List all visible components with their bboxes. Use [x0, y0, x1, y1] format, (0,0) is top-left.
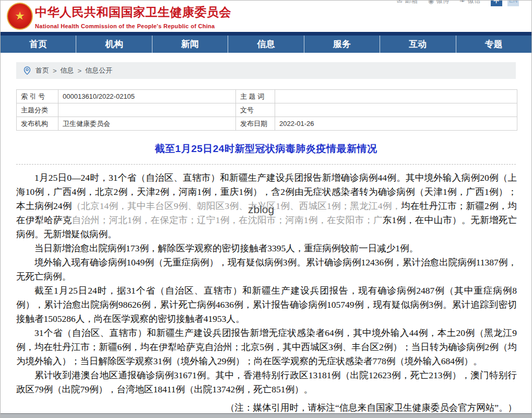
lang-en-button[interactable]: EN	[507, 0, 519, 6]
table-row: 发布机构 卫生健康委员会 发布日期 2022-01-26	[17, 117, 517, 131]
meta-label-docnumber: 文号	[236, 103, 275, 117]
document-meta-table: 索 引 号 000013610/2022-02105 主 题 词 主题分类 文号…	[16, 89, 517, 131]
article-paragraph: 截至1月25日24时，据31个省（自治区、直辖市）和新疆生产建设兵团报告，现有确…	[16, 284, 517, 326]
nav-item-home[interactable]: 首页	[1, 36, 76, 53]
dashed-divider	[16, 164, 516, 165]
meta-label-pubdate: 发布日期	[236, 117, 275, 131]
breadcrumb-home[interactable]: 首页	[36, 66, 49, 75]
paragraph-text: 31个省（自治区、直辖市）和新疆生产建设兵团报告新增无症状感染者64例，其中境外…	[16, 328, 517, 366]
breadcrumb-info[interactable]: 信息	[61, 66, 74, 75]
article-paragraph: 31个省（自治区、直辖市）和新疆生产建设兵团报告新增无症状感染者64例，其中境外…	[16, 326, 517, 368]
main-nav: 首页 机构 新闻 信息 服务 互动 专题	[1, 36, 531, 53]
lang-zh-button[interactable]: 中	[491, 0, 502, 6]
weibo-label: 微博	[436, 0, 449, 5]
weibo-icon: ◉	[428, 0, 434, 5]
weibo-link[interactable]: ◉ 微博	[428, 0, 449, 5]
breadcrumb-info-public[interactable]: 信息公开	[85, 66, 112, 75]
meta-label-category: 主题分类	[17, 103, 58, 117]
wechat-icon: ❧	[459, 0, 465, 5]
meta-value-publisher: 卫生健康委员会	[58, 117, 236, 131]
article-paragraph: 当日新增治愈出院病例173例，解除医学观察的密切接触者3395人，重症病例较前一…	[16, 241, 517, 256]
breadcrumb-separator: >	[78, 67, 82, 75]
mail-link[interactable]: ✉ 邮箱	[397, 0, 418, 5]
meta-label-keyword: 主 题 词	[236, 90, 275, 103]
nav-top-strip	[1, 32, 531, 36]
table-row: 主题分类 文号	[17, 103, 517, 117]
nav-item-agency[interactable]: 机构	[76, 36, 152, 53]
article-paragraph: 1月25日0—24时，31个省（自治区、直辖市）和新疆生产建设兵团报告新增确诊病…	[16, 171, 517, 241]
paragraph-text: 境外输入现有确诊病例1049例（无重症病例），现有疑似病例3例。累计确诊病例12…	[16, 257, 517, 282]
meta-value-docnumber	[275, 103, 517, 117]
meta-label-publisher: 发布机构	[17, 117, 58, 131]
location-pin-icon	[23, 66, 31, 75]
article-paragraphs: 1月25日0—24时，31个省（自治区、直辖市）和新疆生产建设兵团报告新增确诊病…	[16, 171, 517, 397]
paragraph-text: 当日新增治愈出院病例173例，解除医学观察的密切接触者3395人，重症病例较前一…	[34, 243, 418, 253]
site-title: 中华人民共和国国家卫生健康委员会	[35, 4, 231, 20]
meta-value-category	[58, 103, 236, 117]
mail-label: 邮箱	[405, 0, 418, 5]
paragraph-text: 累计收到港澳台地区通报确诊病例31671例。其中，香港特别行政区13181例（出…	[16, 370, 517, 394]
wechat-link[interactable]: ❧ 微信	[459, 0, 480, 5]
mail-icon: ✉	[397, 0, 403, 5]
breadcrumb-separator: >	[53, 67, 57, 75]
article-note: （注：媒体引用时，请标注“信息来自国家卫生健康委员会官方网站”。）	[16, 401, 517, 415]
wechat-label: 微信	[468, 0, 480, 5]
header-links: ✉ 邮箱 ◉ 微博 ❧ 微信 中 EN	[397, 0, 519, 6]
meta-value-pubdate: 2022-01-26	[275, 117, 517, 131]
meta-label-index: 索 引 号	[17, 90, 58, 103]
nav-item-special[interactable]: 专题	[456, 36, 531, 53]
national-emblem-logo: ★	[7, 3, 33, 30]
table-row: 索 引 号 000013610/2022-02105 主 题 词	[17, 90, 517, 103]
star-icon: ★	[15, 10, 25, 22]
nav-item-info[interactable]: 信息	[228, 36, 304, 53]
site-titles: 中华人民共和国国家卫生健康委员会 National Health Commiss…	[35, 4, 231, 29]
article-paragraph: 累计收到港澳台地区通报确诊病例31671例。其中，香港特别行政区13181例（出…	[16, 368, 517, 397]
page: ★ 中华人民共和国国家卫生健康委员会 National Health Commi…	[0, 0, 532, 418]
paragraph-text: （北京14例，其中丰台区9例、朝阳区3例、大兴区1例、西城区1例；黑龙江4例，	[72, 201, 401, 211]
meta-value-index: 000013610/2022-02105	[58, 90, 236, 103]
site-subtitle: National Health Commission of the People…	[35, 23, 231, 29]
article-paragraph: 境外输入现有确诊病例1049例（无重症病例），现有疑似病例3例。累计确诊病例12…	[16, 256, 517, 284]
page-title: 截至1月25日24时新型冠状病毒肺炎疫情最新情况	[1, 142, 531, 156]
nav-item-service[interactable]: 服务	[304, 36, 380, 53]
nav-item-interact[interactable]: 互动	[380, 36, 456, 53]
paragraph-text: 截至1月25日24时，据31个省（自治区、直辖市）和新疆生产建设兵团报告，现有确…	[16, 285, 517, 324]
breadcrumb: 首页 > 信息 > 信息公开	[16, 62, 516, 79]
footer-bar	[1, 413, 531, 417]
site-header: ★ 中华人民共和国国家卫生健康委员会 National Health Commi…	[1, 1, 531, 32]
meta-value-keyword	[275, 90, 517, 103]
nav-item-news[interactable]: 新闻	[152, 36, 228, 53]
paragraph-text: 自治州；河北1例，在保定市；辽宁1例，在沈阳市；河南1例，在安阳市；广	[72, 215, 383, 225]
